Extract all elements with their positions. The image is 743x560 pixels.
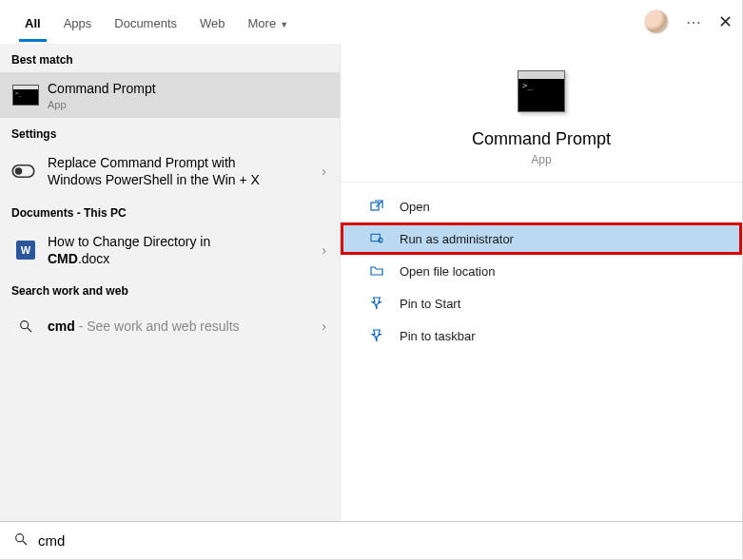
avatar[interactable] bbox=[644, 10, 669, 34]
chevron-right-icon: › bbox=[322, 242, 326, 258]
search-bar bbox=[0, 521, 742, 559]
action-label: Run as administrator bbox=[400, 232, 514, 246]
action-open-location[interactable]: Open file location bbox=[341, 255, 742, 287]
folder-icon bbox=[367, 263, 386, 279]
tabs-bar: All Apps Documents Web More▼ ⋯ ✕ bbox=[0, 0, 742, 44]
main-content: Best match Command Prompt App Settings R… bbox=[0, 44, 742, 521]
command-prompt-icon bbox=[11, 85, 40, 106]
result-title: Replace Command Prompt withWindows Power… bbox=[48, 154, 305, 188]
more-options-button[interactable]: ⋯ bbox=[686, 13, 701, 31]
action-open[interactable]: Open bbox=[341, 190, 742, 222]
section-documents: Documents - This PC bbox=[0, 197, 340, 225]
result-title: cmd - See work and web results bbox=[48, 318, 305, 335]
close-button[interactable]: ✕ bbox=[718, 11, 733, 32]
action-label: Open file location bbox=[400, 264, 495, 279]
admin-icon bbox=[367, 231, 386, 246]
preview-panel: Command Prompt App Open Run as administr… bbox=[341, 44, 742, 521]
section-search-web: Search work and web bbox=[0, 275, 340, 303]
result-title: How to Change Directory inCMD.docx bbox=[48, 233, 305, 267]
search-icon bbox=[13, 531, 29, 550]
section-settings: Settings bbox=[0, 118, 340, 146]
pin-icon bbox=[367, 296, 386, 311]
result-doc-cmd[interactable]: W How to Change Directory inCMD.docx › bbox=[0, 225, 340, 275]
toggle-icon bbox=[11, 162, 40, 181]
action-pin-taskbar[interactable]: Pin to taskbar bbox=[341, 319, 742, 352]
open-icon bbox=[367, 199, 386, 214]
result-command-prompt[interactable]: Command Prompt App bbox=[0, 72, 340, 118]
result-setting-replace-cmd[interactable]: Replace Command Prompt withWindows Power… bbox=[0, 146, 340, 196]
search-input[interactable] bbox=[38, 532, 729, 549]
search-icon bbox=[11, 319, 40, 334]
tab-all[interactable]: All bbox=[13, 3, 52, 42]
pin-icon bbox=[367, 328, 386, 343]
section-best-match: Best match bbox=[0, 44, 340, 72]
svg-line-3 bbox=[28, 328, 31, 332]
svg-point-6 bbox=[16, 533, 24, 541]
action-label: Open bbox=[400, 200, 430, 214]
result-web-cmd[interactable]: cmd - See work and web results › bbox=[0, 303, 340, 349]
results-panel: Best match Command Prompt App Settings R… bbox=[0, 44, 341, 521]
action-pin-start[interactable]: Pin to Start bbox=[341, 287, 742, 319]
action-label: Pin to Start bbox=[400, 297, 460, 311]
preview-title: Command Prompt bbox=[360, 129, 723, 149]
svg-point-1 bbox=[15, 168, 23, 176]
preview-subtitle: App bbox=[360, 153, 723, 166]
result-subtitle: App bbox=[48, 99, 305, 110]
chevron-right-icon: › bbox=[322, 164, 326, 179]
chevron-down-icon: ▼ bbox=[280, 20, 288, 29]
action-run-as-admin[interactable]: Run as administrator bbox=[341, 222, 742, 255]
action-label: Pin to taskbar bbox=[400, 329, 476, 343]
svg-point-2 bbox=[21, 321, 29, 329]
tab-documents[interactable]: Documents bbox=[103, 3, 188, 42]
tab-web[interactable]: Web bbox=[188, 3, 237, 42]
command-prompt-icon bbox=[518, 70, 565, 112]
tab-apps[interactable]: Apps bbox=[52, 3, 104, 42]
word-icon: W bbox=[11, 241, 40, 260]
action-list: Open Run as administrator Open file loca… bbox=[341, 183, 742, 359]
svg-line-7 bbox=[23, 541, 27, 545]
result-title: Command Prompt bbox=[48, 80, 305, 97]
tab-more[interactable]: More▼ bbox=[237, 3, 301, 42]
chevron-right-icon: › bbox=[322, 319, 326, 334]
